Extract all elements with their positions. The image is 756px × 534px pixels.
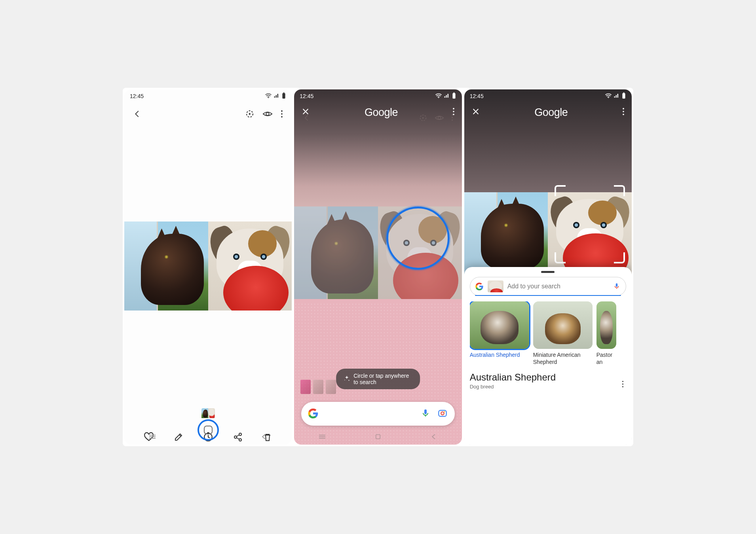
svg-point-16 <box>453 111 454 112</box>
photo-viewport[interactable] <box>124 127 292 405</box>
sheet-handle[interactable] <box>541 271 555 273</box>
svg-rect-28 <box>376 435 380 439</box>
svg-point-37 <box>622 386 623 387</box>
nav-home-icon[interactable] <box>372 433 384 440</box>
underlying-filmstrip <box>300 380 336 394</box>
result-label: Miniature American Shepherd <box>533 351 593 365</box>
more-icon[interactable] <box>452 107 455 117</box>
status-bar: 12:45 <box>464 89 632 103</box>
nav-back-icon[interactable] <box>428 434 440 440</box>
nav-recents-icon[interactable] <box>146 434 158 439</box>
motion-photo-icon[interactable] <box>245 109 255 120</box>
wifi-icon <box>435 93 442 100</box>
status-bar: 12:45 <box>124 89 292 103</box>
svg-point-32 <box>623 108 624 110</box>
hint-toast: Circle or tap anywhere to search <box>336 369 420 389</box>
svg-rect-30 <box>622 93 625 98</box>
status-time: 12:45 <box>130 93 144 99</box>
svg-rect-13 <box>452 93 455 98</box>
photo-dog <box>208 222 292 311</box>
svg-point-6 <box>281 113 283 115</box>
google-g-icon <box>308 408 319 420</box>
result-card[interactable]: Australian Shepherd <box>470 301 529 365</box>
status-icons <box>435 92 456 100</box>
add-to-search-bar[interactable] <box>470 277 626 296</box>
svg-point-12 <box>438 97 439 98</box>
svg-point-27 <box>444 411 445 412</box>
svg-rect-2 <box>283 92 285 93</box>
visual-results-row[interactable]: Australian Shepherd Miniature American S… <box>470 301 626 365</box>
lens-icon[interactable] <box>437 408 448 419</box>
battery-icon <box>281 92 286 100</box>
topic-subtitle: Dog breed <box>470 384 556 390</box>
mic-icon[interactable] <box>613 282 621 290</box>
status-time: 12:45 <box>300 93 313 99</box>
result-card[interactable]: Pastor an <box>596 301 616 365</box>
home-icon <box>204 426 213 434</box>
panel-gallery-viewer: 12:45 <box>124 89 292 445</box>
close-icon[interactable] <box>471 107 480 117</box>
google-g-icon <box>475 282 484 291</box>
svg-point-34 <box>623 114 624 116</box>
svg-point-17 <box>453 114 454 116</box>
svg-point-24 <box>344 380 345 381</box>
signal-icon <box>274 93 280 100</box>
svg-rect-1 <box>283 93 285 98</box>
battery-icon <box>621 92 626 100</box>
search-input[interactable] <box>507 283 609 290</box>
close-icon[interactable] <box>301 107 310 117</box>
mic-icon[interactable] <box>421 408 432 419</box>
svg-point-4 <box>266 112 269 115</box>
panel-circle-to-search: 12:45 Google <box>294 89 462 445</box>
results-bottom-sheet[interactable]: Australian Shepherd Miniature American S… <box>464 267 632 445</box>
topic-title: Australian Shepherd <box>470 372 556 383</box>
search-thumbnail <box>488 280 503 292</box>
svg-point-23 <box>348 380 349 381</box>
svg-rect-31 <box>623 92 625 93</box>
back-button[interactable] <box>133 110 142 120</box>
selection-circle[interactable] <box>386 206 450 270</box>
viewer-top-bar <box>124 103 292 127</box>
eye-icon[interactable] <box>262 109 273 120</box>
more-icon[interactable] <box>622 380 624 390</box>
result-card[interactable]: Miniature American Shepherd <box>533 301 593 365</box>
more-icon[interactable] <box>281 110 283 120</box>
svg-rect-25 <box>439 410 446 416</box>
google-search-bar[interactable] <box>301 402 454 426</box>
svg-point-29 <box>608 97 609 98</box>
more-icon[interactable] <box>622 107 625 117</box>
signal-icon <box>614 93 620 100</box>
svg-point-26 <box>441 412 444 415</box>
svg-point-33 <box>623 111 624 112</box>
svg-point-15 <box>453 108 454 110</box>
nav-back-icon[interactable] <box>258 434 270 440</box>
result-label: Pastor an <box>596 351 616 365</box>
nav-recents-icon[interactable] <box>316 434 328 439</box>
crop-frame[interactable] <box>555 185 625 263</box>
home-indicator-ring[interactable] <box>198 419 219 441</box>
hint-text: Circle or tap anywhere to search <box>353 373 413 385</box>
svg-point-36 <box>622 384 623 385</box>
signal-icon <box>444 93 450 100</box>
status-bar: 12:45 <box>294 89 462 103</box>
nav-gesture-bar <box>294 430 462 443</box>
google-logo: Google <box>365 106 398 119</box>
svg-point-35 <box>622 381 623 382</box>
svg-point-5 <box>281 110 283 112</box>
svg-point-0 <box>268 97 269 98</box>
battery-icon <box>452 92 456 100</box>
panel-search-results: 12:45 Google <box>464 89 632 445</box>
status-icons <box>605 92 626 100</box>
result-label: Australian Shepherd <box>470 351 529 358</box>
overlay-header: Google <box>464 104 632 121</box>
photo-cat <box>124 222 208 311</box>
overlay-header: Google <box>294 104 462 121</box>
wifi-icon <box>605 93 612 100</box>
svg-rect-14 <box>453 92 455 93</box>
wifi-icon <box>265 93 272 100</box>
knowledge-panel-header[interactable]: Australian Shepherd Dog breed <box>470 372 626 390</box>
status-icons <box>265 92 286 100</box>
google-logo: Google <box>534 106 568 119</box>
status-time: 12:45 <box>470 93 484 99</box>
svg-point-7 <box>281 116 283 118</box>
